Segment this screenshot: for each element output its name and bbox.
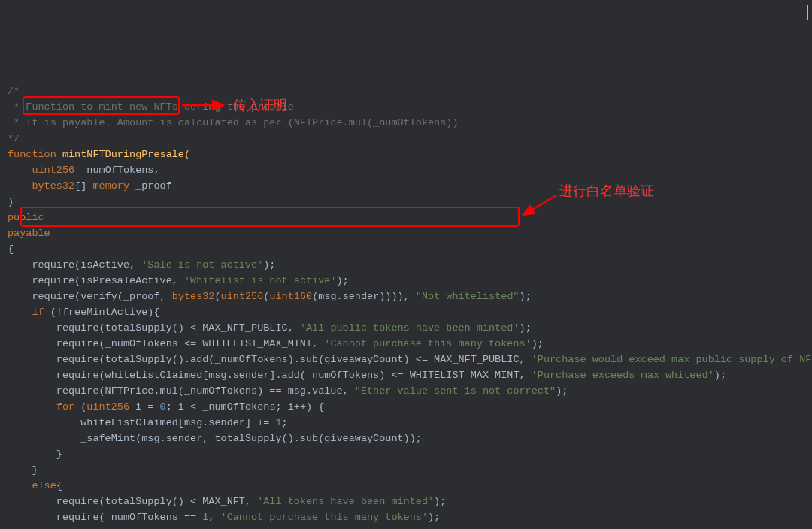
- close: );: [556, 385, 568, 397]
- require-verify: require(verify(_proof,: [8, 291, 172, 302]
- keyword-public: public: [8, 212, 44, 223]
- string-literal: 'Purchase exceeds max: [532, 370, 665, 381]
- number-literal: 0: [160, 401, 166, 413]
- code-line: require(isActive, 'Sale is not active');: [8, 259, 275, 271]
- code-line: for (uint256 i = 0; i < _numOfTokens; i+…: [8, 401, 324, 413]
- string-literal: "Not whitelisted": [416, 291, 520, 302]
- function-name: mintNFTDuringPresale(: [56, 149, 190, 160]
- close-brace: }: [8, 449, 62, 460]
- loop-init: i =: [129, 401, 160, 413]
- code-line: if (!freeMintActive){: [8, 307, 160, 318]
- type-uint256: uint256: [8, 165, 74, 176]
- string-literal: "Ether value sent is not correct": [355, 385, 556, 397]
- typo-word: whiteed: [665, 370, 708, 381]
- code-line: require(NFTPrice.mul(_numOfTokens) == ms…: [8, 385, 568, 397]
- keyword-function: function: [8, 149, 56, 160]
- code-line: require(totalSupply().add(_numOfTokens).…: [8, 354, 812, 365]
- code-line: require(_numOfTokens <= WHITELIST_MAX_MI…: [8, 338, 544, 349]
- msg-sender: (msg.sender)))),: [312, 291, 416, 302]
- assignment: whiteListClaimed[msg.sender] +=: [8, 417, 275, 428]
- paren: (: [74, 401, 86, 413]
- code-line: whiteListClaimed[msg.sender] += 1;: [8, 417, 288, 428]
- brackets: []: [74, 180, 86, 192]
- require-call: require(totalSupply().add(_numOfTokens).…: [8, 354, 532, 365]
- string-literal: 'Whitelist is not active': [184, 275, 337, 286]
- semicolon: ;: [282, 417, 288, 428]
- string-literal: 'Cannot purchase this many tokens': [324, 338, 531, 349]
- comment-line: * Function to mint new NFTs during the p…: [8, 101, 294, 113]
- require-call: require(totalSupply() < MAX_NFT,: [8, 496, 257, 507]
- keyword-else: else: [8, 480, 56, 491]
- require-call: require(totalSupply() < MAX_NFT_PUBLIC,: [8, 322, 300, 334]
- require-call: require(_numOfTokens ==: [8, 512, 202, 523]
- close-brace: }: [8, 464, 38, 476]
- editor-caret: [807, 5, 808, 20]
- code-line: require(whiteListClaimed[msg.sender].add…: [8, 370, 726, 381]
- code-line: require(verify(_proof, bytes32(uint256(u…: [8, 291, 532, 302]
- code-line: uint256 _numOfTokens,: [8, 165, 160, 176]
- require-call: require(NFTPrice.mul(_numOfTokens) == ms…: [8, 385, 355, 397]
- close: );: [520, 291, 532, 302]
- open-brace: {: [56, 480, 62, 491]
- close: );: [428, 512, 440, 523]
- close-paren: ): [8, 196, 14, 207]
- code-editor[interactable]: /* * Function to mint new NFTs during th…: [8, 68, 804, 529]
- open-brace: {: [8, 243, 14, 255]
- string-literal: 'Cannot purchase this many tokens': [221, 512, 428, 523]
- require-call: require(isPresaleActive,: [8, 275, 184, 286]
- loop-cond: ; i < _numOfTokens; i++) {: [166, 401, 325, 413]
- keyword-if: if: [8, 307, 44, 318]
- param-proof: _proof: [129, 180, 172, 192]
- code-line: require(_numOfTokens == 1, 'Cannot purch…: [8, 512, 440, 523]
- type-cast: bytes32: [172, 291, 215, 302]
- safemint-call: _safeMint(msg.sender, totalSupply().sub(…: [8, 433, 422, 444]
- param-numoftokens: _numOfTokens,: [74, 165, 159, 176]
- require-call: require(isActive,: [8, 259, 141, 271]
- code-line: require(isPresaleActive, 'Whitelist is n…: [8, 275, 349, 286]
- code-line: function mintNFTDuringPresale(: [8, 149, 190, 160]
- close: );: [263, 259, 275, 271]
- code-line: require(totalSupply() < MAX_NFT_PUBLIC, …: [8, 322, 532, 334]
- comment-line: * It is payable. Amount is calculated as…: [8, 117, 459, 128]
- close: );: [714, 370, 726, 381]
- type-bytes32: bytes32: [8, 180, 74, 192]
- comment-block-end: */: [8, 133, 20, 144]
- keyword-for: for: [8, 401, 74, 413]
- string-literal: 'All tokens have been minted': [257, 496, 434, 507]
- require-call: require(_numOfTokens <= WHITELIST_MAX_MI…: [8, 338, 324, 349]
- string-literal: 'Sale is not active': [141, 259, 263, 271]
- paren: (: [214, 291, 220, 302]
- type-cast: uint160: [269, 291, 312, 302]
- number-literal: 1: [275, 417, 281, 428]
- close: );: [434, 496, 446, 507]
- code-line: else{: [8, 480, 62, 491]
- string-literal: 'Purchase would exceed max public supply…: [532, 354, 812, 365]
- require-call: require(whiteListClaimed[msg.sender].add…: [8, 370, 532, 381]
- comment-block-start: /*: [8, 86, 20, 97]
- code-line: require(totalSupply() < MAX_NFT, 'All to…: [8, 496, 446, 507]
- keyword-payable: payable: [8, 228, 50, 239]
- condition: (!freeMintActive){: [44, 307, 160, 318]
- close: );: [520, 322, 532, 334]
- close: );: [532, 338, 544, 349]
- type-cast: uint256: [221, 291, 264, 302]
- keyword-memory: memory: [86, 180, 129, 192]
- string-literal: 'All public tokens have been minted': [300, 322, 520, 334]
- code-line: bytes32[] memory _proof: [8, 180, 172, 192]
- close: );: [337, 275, 349, 286]
- string-end: ': [708, 370, 714, 381]
- type-uint256: uint256: [86, 401, 129, 413]
- comma: ,: [208, 512, 220, 523]
